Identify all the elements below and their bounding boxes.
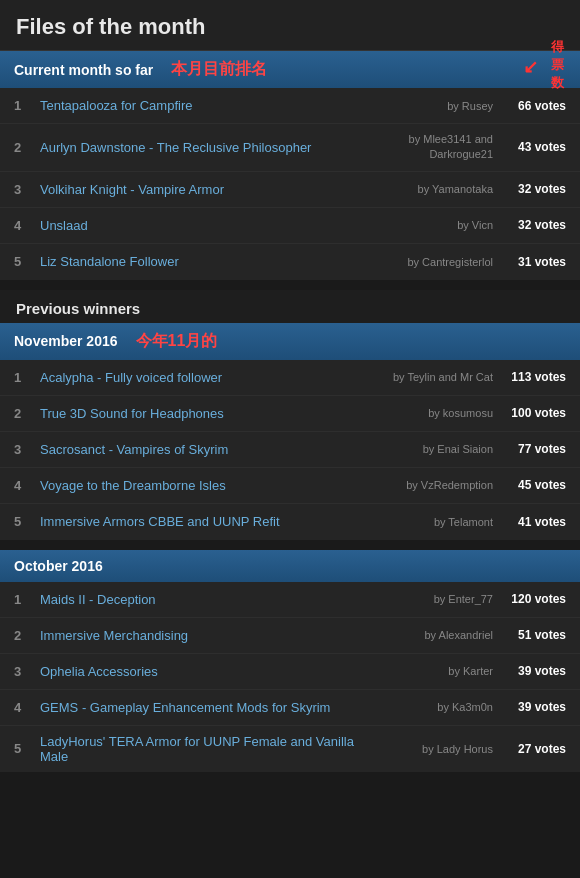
table-row: 5 Immersive Armors CBBE and UUNP Refit b… — [0, 504, 580, 540]
table-row: 3 Volkihar Knight - Vampire Armor by Yam… — [0, 172, 580, 208]
table-row: 3 Ophelia Accessories by Karter 39 votes — [0, 654, 580, 690]
item-title[interactable]: Aurlyn Dawnstone - The Reclusive Philoso… — [40, 140, 365, 155]
table-row: 5 Liz Standalone Follower by Cantregiste… — [0, 244, 580, 280]
item-votes: 27 votes — [501, 742, 566, 756]
table-row: 1 Tentapalooza for Campfire by Rusey 66 … — [0, 88, 580, 124]
table-row: 1 Maids II - Deception by Enter_77 120 v… — [0, 582, 580, 618]
october-list: 1 Maids II - Deception by Enter_77 120 v… — [0, 582, 580, 772]
table-row: 4 Voyage to the Dreamborne Isles by VzRe… — [0, 468, 580, 504]
item-author: by Enter_77 — [373, 593, 493, 605]
item-votes: 32 votes — [501, 218, 566, 232]
item-votes: 45 votes — [501, 478, 566, 492]
table-row: 3 Sacrosanct - Vampires of Skyrim by Ena… — [0, 432, 580, 468]
item-title[interactable]: Liz Standalone Follower — [40, 254, 365, 269]
arrow-annotation: ↙ — [523, 56, 538, 78]
item-author: by Yamanotaka — [373, 183, 493, 195]
item-author: by Lady Horus — [373, 743, 493, 755]
item-author: by Vicn — [373, 219, 493, 231]
item-votes: 31 votes — [501, 255, 566, 269]
item-votes: 43 votes — [501, 140, 566, 154]
page-title: Files of the month — [0, 0, 580, 51]
annotation-zh-nov: 今年11月的 — [136, 331, 218, 352]
item-title[interactable]: Tentapalooza for Campfire — [40, 98, 365, 113]
item-title[interactable]: GEMS - Gameplay Enhancement Mods for Sky… — [40, 700, 365, 715]
november-label: November 2016 — [14, 333, 118, 349]
october-section: October 2016 1 Maids II - Deception by E… — [0, 550, 580, 772]
item-votes: 51 votes — [501, 628, 566, 642]
table-row: 2 True 3D Sound for Headphones by kosumo… — [0, 396, 580, 432]
october-label: October 2016 — [14, 558, 103, 574]
table-row: 2 Aurlyn Dawnstone - The Reclusive Philo… — [0, 124, 580, 172]
item-author: by Teylin and Mr Cat — [373, 371, 493, 383]
votes-annotation: 得票数 — [551, 38, 564, 92]
item-title[interactable]: Acalypha - Fully voiced follower — [40, 370, 365, 385]
item-author: by Telamont — [373, 516, 493, 528]
current-month-label: Current month so far — [14, 62, 153, 78]
november-list: 1 Acalypha - Fully voiced follower by Te… — [0, 360, 580, 540]
item-title[interactable]: Volkihar Knight - Vampire Armor — [40, 182, 365, 197]
current-month-section: Current month so far 本月目前排名 得票数 ↙ 1 Tent… — [0, 51, 580, 280]
table-row: 5 LadyHorus' TERA Armor for UUNP Female … — [0, 726, 580, 772]
item-title[interactable]: True 3D Sound for Headphones — [40, 406, 365, 421]
table-row: 4 GEMS - Gameplay Enhancement Mods for S… — [0, 690, 580, 726]
table-row: 4 Unslaad by Vicn 32 votes — [0, 208, 580, 244]
item-votes: 113 votes — [501, 370, 566, 384]
item-votes: 41 votes — [501, 515, 566, 529]
current-month-header: Current month so far 本月目前排名 得票数 ↙ — [0, 51, 580, 88]
item-title[interactable]: LadyHorus' TERA Armor for UUNP Female an… — [40, 734, 365, 764]
november-section: November 2016 今年11月的 1 Acalypha - Fully … — [0, 323, 580, 540]
item-author: by kosumosu — [373, 407, 493, 419]
item-votes: 100 votes — [501, 406, 566, 420]
item-author: by Rusey — [373, 100, 493, 112]
current-month-list: 1 Tentapalooza for Campfire by Rusey 66 … — [0, 88, 580, 280]
item-votes: 66 votes — [501, 99, 566, 113]
item-author: by Cantregisterlol — [373, 256, 493, 268]
item-votes: 32 votes — [501, 182, 566, 196]
item-title[interactable]: Immersive Merchandising — [40, 628, 365, 643]
october-header: October 2016 — [0, 550, 580, 582]
table-row: 2 Immersive Merchandising by Alexandriel… — [0, 618, 580, 654]
item-title[interactable]: Ophelia Accessories — [40, 664, 365, 679]
item-title[interactable]: Sacrosanct - Vampires of Skyrim — [40, 442, 365, 457]
item-votes: 39 votes — [501, 700, 566, 714]
item-votes: 39 votes — [501, 664, 566, 678]
item-title[interactable]: Immersive Armors CBBE and UUNP Refit — [40, 514, 365, 529]
item-title[interactable]: Unslaad — [40, 218, 365, 233]
item-author: by Ka3m0n — [373, 701, 493, 713]
item-author: by Alexandriel — [373, 629, 493, 641]
november-header: November 2016 今年11月的 — [0, 323, 580, 360]
item-title[interactable]: Maids II - Deception — [40, 592, 365, 607]
item-votes: 120 votes — [501, 592, 566, 606]
item-author: by Enai Siaion — [373, 443, 493, 455]
table-row: 1 Acalypha - Fully voiced follower by Te… — [0, 360, 580, 396]
annotation-zh-current: 本月目前排名 — [171, 59, 267, 80]
item-title[interactable]: Voyage to the Dreamborne Isles — [40, 478, 365, 493]
item-author: by Mlee3141 andDarkrogue21 — [373, 132, 493, 163]
item-author: by VzRedemption — [373, 479, 493, 491]
item-author: by Karter — [373, 665, 493, 677]
previous-winners-label: Previous winners — [0, 290, 580, 323]
item-votes: 77 votes — [501, 442, 566, 456]
